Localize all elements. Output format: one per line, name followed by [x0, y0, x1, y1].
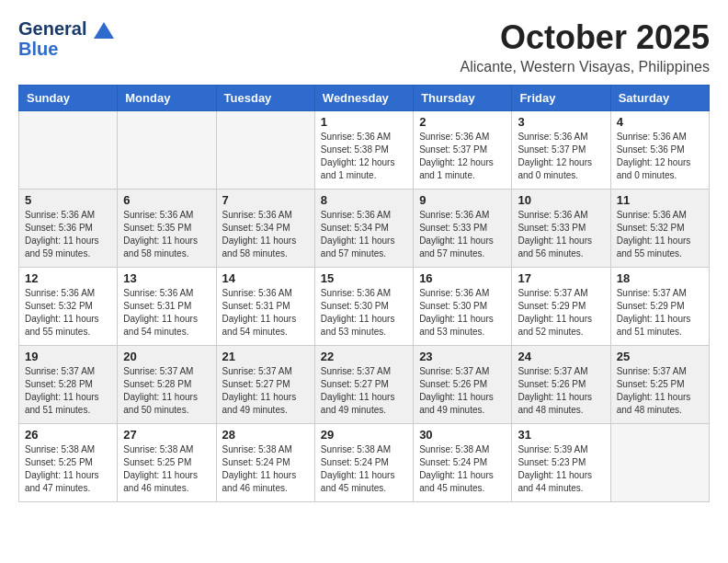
day-number: 29	[321, 428, 407, 442]
day-info: Sunrise: 5:36 AM Sunset: 5:31 PM Dayligh…	[123, 287, 210, 339]
title-section: October 2025 Alicante, Western Visayas, …	[460, 18, 710, 75]
col-header-saturday: Saturday	[610, 86, 709, 111]
day-cell: 30Sunrise: 5:38 AM Sunset: 5:24 PM Dayli…	[414, 424, 512, 502]
day-info: Sunrise: 5:38 AM Sunset: 5:24 PM Dayligh…	[222, 443, 309, 495]
col-header-sunday: Sunday	[19, 86, 118, 111]
day-number: 7	[222, 193, 309, 207]
day-number: 6	[123, 193, 210, 207]
calendar: SundayMondayTuesdayWednesdayThursdayFrid…	[18, 85, 710, 502]
day-cell: 18Sunrise: 5:37 AM Sunset: 5:29 PM Dayli…	[610, 268, 709, 346]
day-cell: 11Sunrise: 5:36 AM Sunset: 5:32 PM Dayli…	[610, 190, 709, 268]
day-info: Sunrise: 5:36 AM Sunset: 5:36 PM Dayligh…	[617, 131, 703, 182]
day-number: 17	[518, 271, 604, 285]
day-info: Sunrise: 5:38 AM Sunset: 5:25 PM Dayligh…	[25, 443, 111, 495]
col-header-thursday: Thursday	[414, 86, 512, 111]
day-cell	[610, 424, 709, 502]
day-cell: 14Sunrise: 5:36 AM Sunset: 5:31 PM Dayli…	[216, 268, 314, 346]
week-row-4: 19Sunrise: 5:37 AM Sunset: 5:28 PM Dayli…	[19, 346, 710, 424]
day-cell: 27Sunrise: 5:38 AM Sunset: 5:25 PM Dayli…	[118, 424, 216, 502]
day-cell: 7Sunrise: 5:36 AM Sunset: 5:34 PM Daylig…	[216, 190, 314, 268]
day-cell: 17Sunrise: 5:37 AM Sunset: 5:29 PM Dayli…	[512, 268, 610, 346]
day-cell: 25Sunrise: 5:37 AM Sunset: 5:25 PM Dayli…	[610, 346, 709, 424]
day-number: 22	[321, 350, 407, 363]
day-number: 31	[518, 428, 604, 442]
day-info: Sunrise: 5:37 AM Sunset: 5:28 PM Dayligh…	[123, 365, 210, 417]
day-number: 21	[222, 350, 309, 363]
day-number: 24	[518, 350, 604, 363]
day-cell: 13Sunrise: 5:36 AM Sunset: 5:31 PM Dayli…	[118, 268, 216, 346]
day-number: 26	[25, 428, 111, 442]
day-info: Sunrise: 5:36 AM Sunset: 5:34 PM Dayligh…	[321, 209, 407, 260]
day-cell: 5Sunrise: 5:36 AM Sunset: 5:36 PM Daylig…	[19, 190, 118, 268]
day-info: Sunrise: 5:37 AM Sunset: 5:27 PM Dayligh…	[321, 365, 407, 417]
day-cell: 23Sunrise: 5:37 AM Sunset: 5:26 PM Dayli…	[414, 346, 512, 424]
logo-blue: Blue	[18, 39, 114, 59]
day-info: Sunrise: 5:37 AM Sunset: 5:29 PM Dayligh…	[518, 287, 604, 339]
day-info: Sunrise: 5:36 AM Sunset: 5:33 PM Dayligh…	[518, 209, 604, 260]
day-info: Sunrise: 5:36 AM Sunset: 5:31 PM Dayligh…	[222, 287, 309, 339]
day-info: Sunrise: 5:37 AM Sunset: 5:26 PM Dayligh…	[419, 365, 506, 417]
col-header-monday: Monday	[118, 86, 216, 111]
day-info: Sunrise: 5:37 AM Sunset: 5:28 PM Dayligh…	[25, 365, 111, 417]
logo-icon	[94, 22, 114, 39]
day-number: 12	[25, 271, 111, 285]
day-number: 1	[321, 115, 407, 129]
col-header-friday: Friday	[512, 86, 610, 111]
day-cell: 19Sunrise: 5:37 AM Sunset: 5:28 PM Dayli…	[19, 346, 118, 424]
week-row-5: 26Sunrise: 5:38 AM Sunset: 5:25 PM Dayli…	[19, 424, 710, 502]
day-cell: 6Sunrise: 5:36 AM Sunset: 5:35 PM Daylig…	[118, 190, 216, 268]
week-row-1: 1Sunrise: 5:36 AM Sunset: 5:38 PM Daylig…	[19, 111, 710, 190]
logo: General Blue	[18, 18, 114, 59]
day-info: Sunrise: 5:36 AM Sunset: 5:37 PM Dayligh…	[419, 131, 506, 182]
day-number: 20	[123, 350, 210, 363]
day-info: Sunrise: 5:36 AM Sunset: 5:33 PM Dayligh…	[419, 209, 506, 260]
day-number: 4	[617, 115, 703, 129]
day-number: 13	[123, 271, 210, 285]
day-cell: 3Sunrise: 5:36 AM Sunset: 5:37 PM Daylig…	[512, 111, 610, 190]
day-cell: 31Sunrise: 5:39 AM Sunset: 5:23 PM Dayli…	[512, 424, 610, 502]
logo-text: General	[18, 18, 114, 39]
day-number: 28	[222, 428, 309, 442]
col-header-wednesday: Wednesday	[314, 86, 413, 111]
day-number: 14	[222, 271, 309, 285]
day-info: Sunrise: 5:36 AM Sunset: 5:32 PM Dayligh…	[617, 209, 703, 260]
day-info: Sunrise: 5:38 AM Sunset: 5:24 PM Dayligh…	[419, 443, 506, 495]
col-header-tuesday: Tuesday	[216, 86, 314, 111]
day-info: Sunrise: 5:36 AM Sunset: 5:30 PM Dayligh…	[419, 287, 506, 339]
day-number: 9	[419, 193, 506, 207]
week-row-3: 12Sunrise: 5:36 AM Sunset: 5:32 PM Dayli…	[19, 268, 710, 346]
day-info: Sunrise: 5:38 AM Sunset: 5:25 PM Dayligh…	[123, 443, 210, 495]
day-cell: 4Sunrise: 5:36 AM Sunset: 5:36 PM Daylig…	[610, 111, 709, 190]
day-info: Sunrise: 5:37 AM Sunset: 5:26 PM Dayligh…	[518, 365, 604, 417]
week-row-2: 5Sunrise: 5:36 AM Sunset: 5:36 PM Daylig…	[19, 190, 710, 268]
day-cell: 26Sunrise: 5:38 AM Sunset: 5:25 PM Dayli…	[19, 424, 118, 502]
day-info: Sunrise: 5:37 AM Sunset: 5:27 PM Dayligh…	[222, 365, 309, 417]
day-info: Sunrise: 5:37 AM Sunset: 5:29 PM Dayligh…	[617, 287, 703, 339]
day-number: 19	[25, 350, 111, 363]
day-number: 30	[419, 428, 506, 442]
day-number: 2	[419, 115, 506, 129]
day-cell	[118, 111, 216, 190]
day-number: 18	[617, 271, 703, 285]
day-number: 27	[123, 428, 210, 442]
day-info: Sunrise: 5:36 AM Sunset: 5:32 PM Dayligh…	[25, 287, 111, 339]
day-cell: 10Sunrise: 5:36 AM Sunset: 5:33 PM Dayli…	[512, 190, 610, 268]
day-cell: 1Sunrise: 5:36 AM Sunset: 5:38 PM Daylig…	[314, 111, 413, 190]
day-info: Sunrise: 5:39 AM Sunset: 5:23 PM Dayligh…	[518, 443, 604, 495]
day-number: 3	[518, 115, 604, 129]
day-cell: 22Sunrise: 5:37 AM Sunset: 5:27 PM Dayli…	[314, 346, 413, 424]
day-info: Sunrise: 5:36 AM Sunset: 5:36 PM Dayligh…	[25, 209, 111, 260]
day-cell	[19, 111, 118, 190]
month-title: October 2025	[460, 18, 710, 57]
day-info: Sunrise: 5:36 AM Sunset: 5:38 PM Dayligh…	[321, 131, 407, 182]
day-cell: 24Sunrise: 5:37 AM Sunset: 5:26 PM Dayli…	[512, 346, 610, 424]
day-cell: 12Sunrise: 5:36 AM Sunset: 5:32 PM Dayli…	[19, 268, 118, 346]
day-info: Sunrise: 5:36 AM Sunset: 5:35 PM Dayligh…	[123, 209, 210, 260]
day-cell	[216, 111, 314, 190]
day-cell: 9Sunrise: 5:36 AM Sunset: 5:33 PM Daylig…	[414, 190, 512, 268]
day-number: 23	[419, 350, 506, 363]
day-cell: 28Sunrise: 5:38 AM Sunset: 5:24 PM Dayli…	[216, 424, 314, 502]
day-info: Sunrise: 5:37 AM Sunset: 5:25 PM Dayligh…	[617, 365, 703, 417]
day-number: 15	[321, 271, 407, 285]
day-number: 8	[321, 193, 407, 207]
